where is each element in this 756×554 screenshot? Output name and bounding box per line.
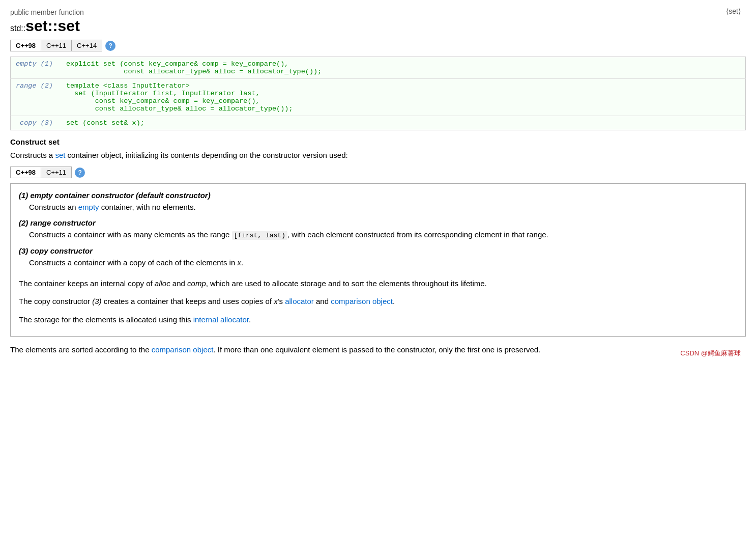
tab-cpp11-bottom[interactable]: C++11 <box>41 167 72 178</box>
func-prefix: std:: <box>10 24 25 33</box>
watermark: CSDN @鳄鱼麻薯球 <box>680 349 741 358</box>
top-right-label: ⟨set⟩ <box>726 7 741 15</box>
allocator-link[interactable]: allocator <box>285 297 314 306</box>
code-table: empty (1) explicit set (const key_compar… <box>10 57 746 130</box>
constructor-title-3: (3) copy constructor <box>19 246 737 255</box>
code-content-copy: set (const set& x); <box>61 116 746 130</box>
note-1: The container keeps an internal copy of … <box>19 277 737 290</box>
public-member-label: public member function <box>10 8 746 16</box>
tab-cpp98-top[interactable]: C++98 <box>10 40 41 51</box>
empty-link[interactable]: empty <box>78 203 99 211</box>
section-description: Constructs a set container object, initi… <box>10 149 746 161</box>
tab-cpp11-top[interactable]: C++11 <box>41 40 72 51</box>
note-3: The storage for the elements is allocate… <box>19 313 737 326</box>
constructor-title-2: (2) range constructor <box>19 218 737 227</box>
tab-cpp98-bottom[interactable]: C++98 <box>10 167 41 178</box>
code-row-copy: copy (3) set (const set& x); <box>11 116 746 130</box>
func-name: set::set <box>25 17 80 34</box>
code-content-empty: explicit set (const key_compare& comp = … <box>61 57 746 79</box>
constructor-desc-1: Constructs an empty container, with no e… <box>29 201 737 213</box>
code-row-range: range (2) template <class InputIterator>… <box>11 79 746 116</box>
constructor-item-1: (1) empty container constructor (default… <box>19 191 737 213</box>
note-2: The copy constructor (3) creates a conta… <box>19 295 737 308</box>
set-link[interactable]: set <box>55 151 65 159</box>
bottom-text: The elements are sorted according to the… <box>10 344 746 356</box>
tab-cpp14-top[interactable]: C++14 <box>72 40 102 51</box>
section-title: Construct set <box>10 137 746 146</box>
internal-allocator-link[interactable]: internal allocator <box>193 315 249 324</box>
code-label-range: range (2) <box>11 79 61 116</box>
constructor-item-3: (3) copy constructor Constructs a contai… <box>19 246 737 269</box>
comparison-object-link[interactable]: comparison object <box>331 297 393 306</box>
version-tabs-bottom: C++98 C++11 ? <box>10 167 746 178</box>
code-row-empty: empty (1) explicit set (const key_compar… <box>11 57 746 79</box>
constructor-title-1: (1) empty container constructor (default… <box>19 191 737 200</box>
code-content-range: template <class InputIterator> set (Inpu… <box>61 79 746 116</box>
constructor-desc-3: Constructs a container with a copy of ea… <box>29 257 737 269</box>
help-icon-bottom[interactable]: ? <box>75 168 85 178</box>
version-tabs-top: C++98 C++11 C++14 ? <box>10 40 746 51</box>
constructor-desc-2: Constructs a container with as many elem… <box>29 229 737 241</box>
inner-description-box: (1) empty container constructor (default… <box>10 183 746 337</box>
function-title: std::set::set <box>10 17 746 35</box>
bottom-line-1: The elements are sorted according to the… <box>10 345 540 354</box>
comparison-object-link-2[interactable]: comparison object <box>152 345 214 354</box>
range-code: [first, last) <box>232 231 287 240</box>
help-icon-top[interactable]: ? <box>105 41 115 51</box>
code-label-empty: empty (1) <box>11 57 61 79</box>
constructor-item-2: (2) range constructor Constructs a conta… <box>19 218 737 241</box>
code-label-copy: copy (3) <box>11 116 61 130</box>
